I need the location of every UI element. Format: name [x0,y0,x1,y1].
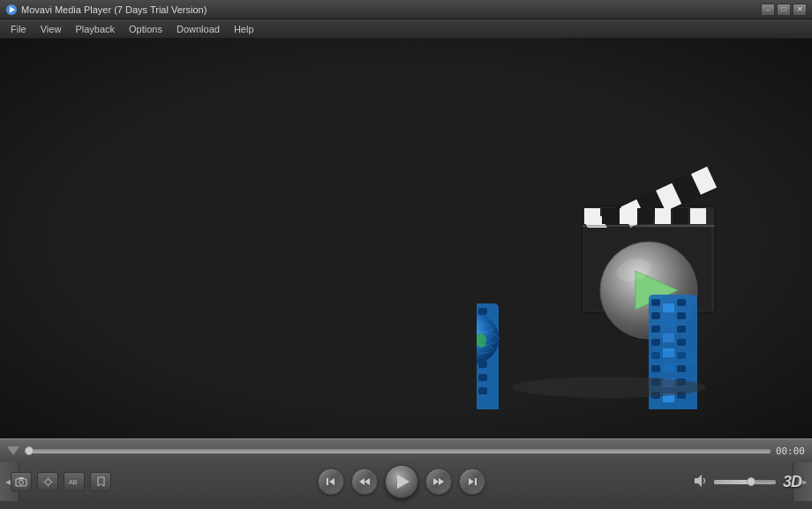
menu-item-file[interactable]: File [4,22,34,36]
svg-rect-67 [677,365,686,372]
maximize-button[interactable]: □ [777,4,791,16]
menu-item-download[interactable]: Download [169,22,227,36]
svg-point-80 [19,481,24,485]
controls-row: AB [0,462,812,501]
svg-point-78 [512,377,706,398]
svg-rect-70 [663,303,674,312]
bookmark-button[interactable] [90,472,111,491]
screenshot-icon [15,476,27,487]
title-bar: Movavi Media Player (7 Days Trial Versio… [0,0,812,19]
svg-rect-77 [649,351,697,365]
fast-forward-button[interactable] [425,468,452,495]
seek-track[interactable] [25,449,771,453]
svg-rect-47 [690,208,706,224]
svg-rect-41 [584,208,600,224]
menu-item-options[interactable]: Options [122,22,169,36]
menu-item-help[interactable]: Help [227,22,261,36]
seek-triangle-icon [7,446,19,455]
volume-icon [693,474,709,490]
menu-item-playback[interactable]: Playback [68,22,122,36]
svg-rect-71 [663,318,674,327]
play-pause-button[interactable] [385,465,418,498]
fast-forward-icon [432,476,445,487]
svg-rect-72 [663,333,674,342]
left-utility-controls: AB [11,472,111,491]
svg-text:AB: AB [69,479,78,485]
play-icon [397,475,410,489]
menu-item-view[interactable]: View [34,22,69,36]
svg-rect-95 [475,478,477,485]
time-display: 00:00 [776,445,805,457]
ab-repeat-icon: AB [68,477,80,487]
skip-back-icon [326,476,336,487]
close-button[interactable]: ✕ [793,4,807,16]
bookmark-icon [96,476,106,488]
svg-rect-56 [651,326,660,333]
volume-area [693,474,776,490]
svg-rect-65 [677,339,686,346]
svg-rect-54 [651,299,660,306]
svg-rect-15 [478,374,487,381]
seek-thumb[interactable] [25,446,34,455]
svg-marker-88 [329,478,335,485]
title-text: Movavi Media Player (7 Days Trial Versio… [21,4,207,15]
skip-forward-button[interactable] [459,468,485,495]
svg-marker-91 [359,478,365,485]
volume-thumb[interactable] [747,477,756,486]
menu-bar: File View Playback Options Download Help [0,19,812,39]
player-logo [477,127,741,409]
right-volume-controls: 3D [693,473,801,491]
svg-marker-93 [439,478,444,485]
seek-bar-container: 00:00 [7,445,805,457]
volume-track[interactable] [714,480,776,484]
3d-button[interactable]: 3D [783,473,801,491]
svg-rect-59 [651,365,660,372]
svg-marker-90 [365,478,370,485]
brightness-icon [42,476,54,488]
main-video-area [0,39,812,438]
svg-rect-10 [478,308,487,315]
svg-rect-62 [677,299,686,306]
svg-rect-45 [655,208,671,224]
svg-point-82 [45,479,50,484]
control-bar: ◀ ▶ 00:00 [0,438,812,509]
screenshot-button[interactable] [11,472,32,491]
app-icon [5,4,18,16]
window-controls: – □ ✕ [761,4,807,16]
svg-rect-55 [651,312,660,319]
svg-rect-42 [602,208,618,224]
title-bar-left: Movavi Media Player (7 Days Trial Versio… [5,4,207,16]
svg-marker-96 [695,475,702,487]
svg-rect-43 [620,208,635,224]
rewind-button[interactable] [351,468,378,495]
rewind-icon [358,476,371,487]
speaker-icon [693,474,709,488]
svg-rect-46 [673,208,688,224]
skip-forward-icon [467,476,477,487]
svg-rect-57 [651,339,660,346]
svg-marker-92 [433,478,439,485]
svg-rect-63 [677,312,686,319]
brightness-button[interactable] [37,472,58,491]
center-playback-controls [318,465,485,498]
minimize-button[interactable]: – [761,4,775,16]
skip-back-button[interactable] [318,468,344,495]
svg-rect-44 [637,208,653,224]
svg-rect-81 [19,477,24,479]
svg-rect-16 [478,387,487,394]
svg-rect-64 [677,326,686,333]
ab-repeat-button[interactable]: AB [64,472,85,491]
svg-marker-94 [469,478,474,485]
svg-rect-89 [327,478,328,485]
